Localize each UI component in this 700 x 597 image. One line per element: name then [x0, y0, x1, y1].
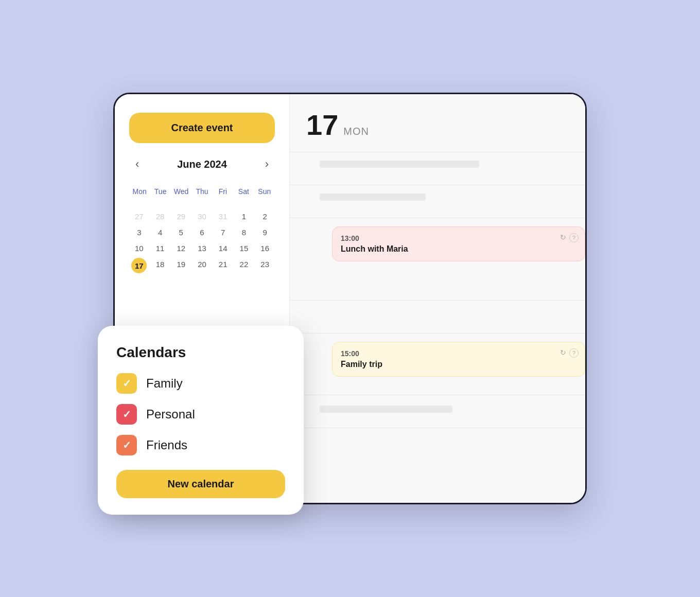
info-icon: ?: [569, 233, 579, 242]
sync-icon: ↻: [560, 233, 566, 242]
sync-icon-2: ↻: [560, 348, 566, 358]
placeholder-bar-1: [320, 161, 479, 168]
event-card-family-trip[interactable]: 15:00 Family trip ↻ ?: [332, 342, 585, 377]
weekday-sat: Sat: [233, 185, 254, 198]
event-time-lunch: 13:00: [341, 234, 576, 242]
calendar-item-personal[interactable]: ✓ Personal: [116, 404, 285, 425]
time-slot-empty-2: [290, 185, 585, 218]
time-slot-empty-5: [290, 428, 585, 461]
calendar-label-personal: Personal: [146, 407, 195, 422]
day-header: 17 MON: [290, 94, 585, 148]
slot-label-1300: [290, 222, 316, 296]
weekday-tue: Tue: [150, 185, 170, 198]
outer-background: Create event ‹ June 2024 › Mon Tue Wed T…: [67, 51, 633, 546]
next-month-button[interactable]: ›: [261, 155, 273, 173]
checkmark-personal: ✓: [122, 408, 131, 420]
weekday-thu: Thu: [191, 185, 212, 198]
checkmark-friends: ✓: [122, 439, 131, 451]
calendar-label-family: Family: [146, 376, 183, 391]
prev-month-button[interactable]: ‹: [131, 155, 143, 173]
calendars-popup: Calendars ✓ Family ✓ Personal ✓ Friends …: [98, 326, 304, 515]
slot-content-empty-3: [316, 305, 585, 329]
calendar-checkbox-personal: ✓: [116, 404, 137, 425]
checkmark-family: ✓: [122, 377, 131, 390]
time-slot-empty-3: [290, 300, 585, 333]
create-event-button[interactable]: Create event: [129, 113, 275, 143]
time-slot-empty-4: [290, 395, 585, 428]
slot-label-empty-3: [290, 305, 316, 329]
calendars-title: Calendars: [116, 344, 285, 361]
slot-content-empty-2: [316, 189, 585, 214]
event-icons-lunch: ↻ ?: [560, 233, 579, 242]
time-slot-1500: 15:00 Family trip ↻ ?: [290, 333, 585, 395]
weekday-sun: Sun: [254, 185, 275, 198]
calendar-checkbox-family: ✓: [116, 373, 137, 394]
weekday-fri: Fri: [213, 185, 233, 198]
placeholder-bar-2: [320, 194, 426, 201]
day-number: 17: [306, 111, 338, 139]
event-card-lunch[interactable]: 13:00 Lunch with Maria ↻ ?: [332, 226, 585, 261]
day-name: MON: [343, 126, 369, 137]
slot-content-1500: 15:00 Family trip ↻ ?: [316, 338, 585, 391]
event-time-family-trip: 15:00: [341, 349, 576, 358]
placeholder-bar-3: [320, 406, 452, 413]
event-title-family-trip: Family trip: [341, 360, 576, 369]
slot-label-empty-2: [290, 189, 316, 214]
time-slot-empty-1: [290, 152, 585, 185]
new-calendar-button[interactable]: New calendar: [116, 470, 285, 498]
calendar-checkbox-friends: ✓: [116, 435, 137, 455]
event-icons-family-trip: ↻ ?: [560, 348, 579, 358]
weekday-wed: Wed: [171, 185, 191, 198]
current-month-label: June 2024: [177, 159, 227, 170]
time-slot-1300: 13:00 Lunch with Maria ↻ ?: [290, 218, 585, 300]
calendar-label-friends: Friends: [146, 438, 187, 452]
slot-content-1300: 13:00 Lunch with Maria ↻ ?: [316, 222, 585, 296]
day-view: 17 MON: [290, 94, 585, 503]
calendar-item-friends[interactable]: ✓ Friends: [116, 435, 285, 455]
month-navigation: ‹ June 2024 ›: [129, 155, 275, 173]
info-icon-2: ?: [569, 348, 579, 358]
timeline: 13:00 Lunch with Maria ↻ ?: [290, 148, 585, 465]
weekday-mon: Mon: [129, 185, 150, 198]
slot-content-empty-1: [316, 156, 585, 181]
weekday-header: Mon Tue Wed Thu Fri Sat Sun: [129, 185, 275, 198]
slot-label-empty-1: [290, 156, 316, 181]
calendar-item-family[interactable]: ✓ Family: [116, 373, 285, 394]
event-title-lunch: Lunch with Maria: [341, 244, 576, 254]
